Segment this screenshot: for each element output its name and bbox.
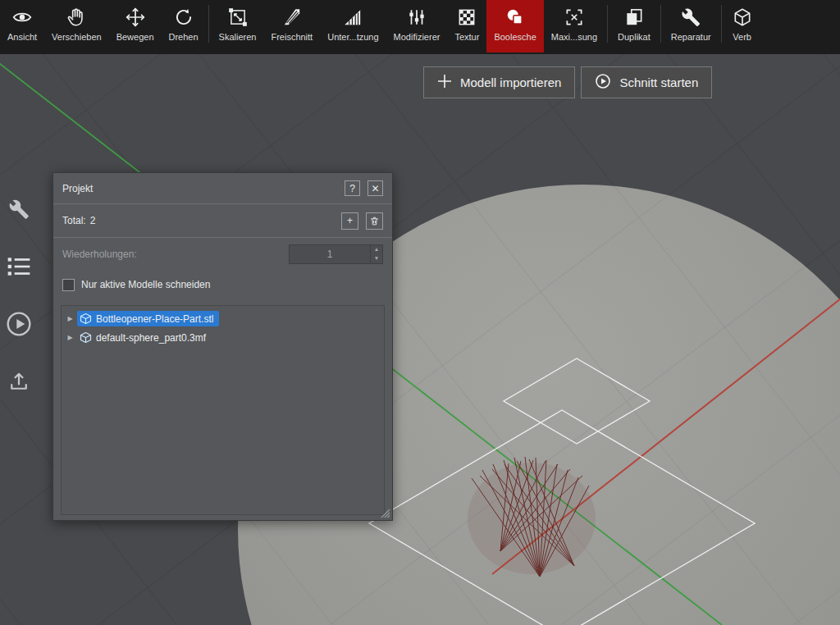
tool-label: Bewegen bbox=[116, 32, 154, 42]
panel-header[interactable]: Projekt ? ✕ bbox=[53, 173, 392, 204]
active-models-label[interactable]: Nur aktive Modelle schneiden bbox=[81, 279, 210, 290]
tool-skalieren[interactable]: Skalieren bbox=[212, 0, 264, 52]
tool-label: Textur bbox=[454, 32, 479, 42]
model-cube-icon bbox=[80, 312, 92, 325]
expand-arrow-icon[interactable]: ▶ bbox=[66, 334, 75, 341]
tool-label: Ansicht bbox=[7, 32, 37, 42]
left-sidebar bbox=[5, 195, 33, 395]
toolbar-divider bbox=[721, 5, 722, 43]
tool-bewegen[interactable]: Bewegen bbox=[109, 0, 162, 52]
support-icon bbox=[342, 5, 363, 30]
repair-wrench-icon bbox=[680, 5, 701, 30]
panel-resize-grip[interactable] bbox=[381, 509, 390, 518]
pan-hand-icon bbox=[66, 5, 87, 30]
tool-label: Reparatur bbox=[671, 32, 711, 42]
repetitions-row: Wiederholungen: ▲ ▼ bbox=[53, 238, 392, 271]
active-models-checkbox[interactable] bbox=[62, 279, 75, 291]
tool-drehen[interactable]: Drehen bbox=[162, 0, 206, 52]
max-size-icon bbox=[564, 5, 585, 30]
app-window: Ansicht Verschieben Bewegen Drehen bbox=[0, 0, 840, 625]
tool-boolesche[interactable]: Boolesche bbox=[486, 0, 543, 52]
tool-label: Modifizierer bbox=[394, 32, 441, 42]
tool-label: Freischnitt bbox=[271, 32, 313, 42]
tool-label: Verb bbox=[733, 32, 751, 42]
model-list: ▶ Bottleopener-Place-Part.stl ▶ default-… bbox=[61, 305, 385, 515]
plus-icon bbox=[437, 74, 452, 91]
repetitions-label: Wiederholungen: bbox=[62, 249, 137, 260]
repetitions-input[interactable] bbox=[289, 244, 371, 264]
main-toolbar: Ansicht Verschieben Bewegen Drehen bbox=[0, 0, 840, 54]
model-entry[interactable]: Bottleopener-Place-Part.stl bbox=[77, 311, 219, 326]
tool-duplikat[interactable]: Duplikat bbox=[610, 0, 658, 52]
tool-label: Skalieren bbox=[219, 32, 257, 42]
total-label: Total: bbox=[62, 215, 86, 226]
modifier-sliders-icon bbox=[406, 5, 427, 30]
total-value: 2 bbox=[90, 215, 96, 226]
add-model-button[interactable]: + bbox=[341, 212, 358, 230]
trash-icon bbox=[369, 216, 380, 226]
duplicate-icon bbox=[623, 5, 645, 30]
move-arrows-icon bbox=[125, 5, 146, 30]
cut-blade-icon bbox=[281, 5, 303, 30]
eye-icon bbox=[11, 5, 33, 30]
delete-model-button[interactable] bbox=[366, 212, 383, 230]
list-item[interactable]: ▶ default-sphere_part0.3mf bbox=[62, 328, 384, 347]
scale-icon bbox=[227, 5, 249, 30]
tool-ansicht[interactable]: Ansicht bbox=[0, 0, 44, 52]
toolbar-divider bbox=[660, 5, 661, 43]
tool-reparatur[interactable]: Reparatur bbox=[664, 0, 719, 52]
tool-label: Unter...tzung bbox=[327, 32, 378, 42]
settings-wrench-icon[interactable] bbox=[5, 195, 33, 223]
connect-cube-icon bbox=[732, 5, 753, 30]
export-upload-icon[interactable] bbox=[5, 367, 33, 395]
tool-label: Duplikat bbox=[618, 32, 651, 42]
tool-label: Boolesche bbox=[494, 32, 536, 42]
start-play-icon[interactable] bbox=[5, 310, 33, 338]
total-row: Total: 2 + bbox=[53, 204, 392, 238]
project-panel: Projekt ? ✕ Total: 2 + Wiederholungen: ▲… bbox=[52, 172, 393, 521]
start-cut-label: Schnitt starten bbox=[619, 75, 698, 89]
panel-title: Projekt bbox=[62, 183, 337, 194]
toolbar-divider bbox=[607, 5, 608, 43]
rotate-icon bbox=[173, 5, 194, 30]
tool-unterstuetzung[interactable]: Unter...tzung bbox=[320, 0, 386, 52]
model-name: Bottleopener-Place-Part.stl bbox=[96, 313, 213, 325]
list-item[interactable]: ▶ Bottleopener-Place-Part.stl bbox=[62, 309, 384, 328]
project-list-icon[interactable] bbox=[5, 253, 33, 281]
tool-label: Verschieben bbox=[52, 32, 102, 42]
boolean-shapes-icon bbox=[504, 5, 526, 30]
model-cube-icon bbox=[80, 331, 92, 344]
tool-label: Drehen bbox=[169, 32, 199, 42]
expand-arrow-icon[interactable]: ▶ bbox=[66, 315, 75, 322]
import-model-button[interactable]: Modell importieren bbox=[423, 66, 575, 98]
tool-textur[interactable]: Textur bbox=[447, 0, 486, 52]
tool-verbinden[interactable]: Verb bbox=[724, 0, 760, 52]
model-name: default-sphere_part0.3mf bbox=[96, 332, 206, 344]
tool-maxabmessung[interactable]: Maxi...sung bbox=[544, 0, 605, 52]
active-models-row: Nur aktive Modelle schneiden bbox=[53, 271, 392, 299]
play-circle-icon bbox=[595, 73, 611, 92]
spinner-up-button[interactable]: ▲ bbox=[371, 245, 382, 254]
tool-freischnitt[interactable]: Freischnitt bbox=[263, 0, 320, 52]
spinner-down-button[interactable]: ▼ bbox=[371, 254, 382, 263]
repetitions-spinner: ▲ ▼ bbox=[371, 244, 383, 264]
tool-modifizierer[interactable]: Modifizierer bbox=[386, 0, 448, 52]
tool-label: Maxi...sung bbox=[551, 32, 597, 42]
tool-verschieben[interactable]: Verschieben bbox=[44, 0, 109, 52]
texture-checker-icon bbox=[456, 5, 477, 30]
toolbar-divider bbox=[208, 5, 209, 43]
model-entry[interactable]: default-sphere_part0.3mf bbox=[77, 330, 212, 345]
close-button[interactable]: ✕ bbox=[368, 180, 383, 196]
help-button[interactable]: ? bbox=[345, 180, 360, 196]
start-cut-button[interactable]: Schnitt starten bbox=[581, 66, 712, 98]
import-model-label: Modell importieren bbox=[460, 75, 561, 89]
action-buttons: Modell importieren Schnitt starten bbox=[423, 66, 712, 98]
